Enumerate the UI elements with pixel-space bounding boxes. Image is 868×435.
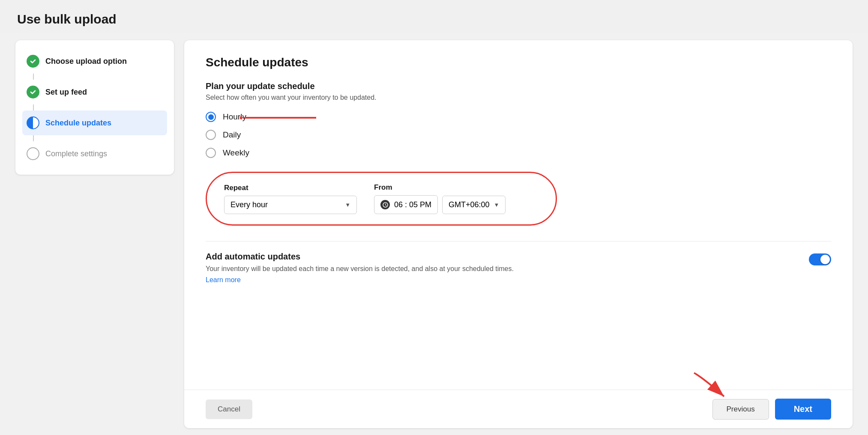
plan-subtitle: Select how often you want your inventory… bbox=[206, 94, 831, 101]
auto-updates-title: Add automatic updates bbox=[206, 252, 799, 262]
next-button[interactable]: Next bbox=[775, 399, 831, 420]
repeat-value: Every hour bbox=[230, 200, 268, 209]
step-icon-choose-upload bbox=[27, 55, 39, 68]
clock-icon bbox=[380, 200, 390, 209]
repeat-dropdown[interactable]: Every hour ▼ bbox=[224, 196, 357, 214]
sidebar-item-label-set-up-feed: Set up feed bbox=[45, 88, 87, 97]
timezone-value: GMT+06:00 bbox=[449, 200, 490, 209]
auto-updates-text: Add automatic updates Your inventory wil… bbox=[206, 252, 799, 284]
sidebar-item-label-complete-settings: Complete settings bbox=[45, 149, 107, 158]
step-icon-complete-settings bbox=[27, 147, 39, 160]
radio-item-hourly[interactable]: Hourly bbox=[206, 112, 831, 122]
repeat-field-group: Repeat Every hour ▼ bbox=[224, 184, 357, 214]
sidebar-item-complete-settings[interactable]: Complete settings bbox=[22, 141, 167, 166]
nav-buttons: Previous Next bbox=[712, 399, 832, 420]
schedule-box: Repeat Every hour ▼ From bbox=[206, 172, 557, 226]
connector-3 bbox=[33, 135, 34, 141]
red-arrow-hourly bbox=[240, 110, 317, 125]
learn-more-link[interactable]: Learn more bbox=[206, 276, 241, 283]
section-title: Schedule updates bbox=[206, 56, 831, 69]
timezone-arrow: ▼ bbox=[494, 202, 500, 208]
radio-circle-weekly bbox=[206, 148, 216, 158]
cancel-button[interactable]: Cancel bbox=[206, 399, 252, 419]
repeat-dropdown-arrow: ▼ bbox=[345, 202, 350, 208]
radio-item-weekly[interactable]: Weekly bbox=[206, 148, 831, 158]
red-arrow-next bbox=[690, 369, 745, 403]
connector-2 bbox=[33, 104, 34, 110]
panel-content: Schedule updates Plan your update schedu… bbox=[184, 40, 853, 390]
radio-item-daily[interactable]: Daily bbox=[206, 130, 831, 140]
step-icon-set-up-feed bbox=[27, 86, 39, 98]
main-panel: Schedule updates Plan your update schedu… bbox=[184, 40, 853, 428]
toggle-knob bbox=[820, 255, 830, 264]
connector-1 bbox=[33, 74, 34, 80]
bottom-bar: Cancel Previous Next bbox=[184, 390, 853, 428]
page-title: Use bulk upload bbox=[0, 0, 868, 33]
radio-circle-hourly bbox=[206, 112, 216, 122]
radio-label-weekly: Weekly bbox=[223, 148, 249, 158]
auto-updates-desc: Your inventory will be updated each time… bbox=[206, 265, 591, 273]
sidebar-item-set-up-feed[interactable]: Set up feed bbox=[22, 80, 167, 104]
time-input[interactable]: 06 : 05 PM bbox=[374, 195, 438, 214]
time-value: 06 : 05 PM bbox=[394, 200, 431, 209]
auto-updates-toggle[interactable] bbox=[809, 253, 831, 265]
radio-label-daily: Daily bbox=[223, 130, 241, 140]
radio-group: Hourly bbox=[206, 112, 831, 158]
sidebar-item-label-choose-upload: Choose upload option bbox=[45, 57, 127, 66]
page-wrapper: Use bulk upload Choose upload option Set… bbox=[0, 0, 868, 435]
plan-title: Plan your update schedule bbox=[206, 81, 831, 91]
sidebar-item-choose-upload[interactable]: Choose upload option bbox=[22, 49, 167, 74]
timezone-dropdown[interactable]: GMT+06:00 ▼ bbox=[442, 196, 506, 214]
repeat-label: Repeat bbox=[224, 184, 357, 192]
radio-circle-daily bbox=[206, 130, 216, 140]
sidebar-item-schedule-updates[interactable]: Schedule updates bbox=[22, 110, 167, 135]
from-label: From bbox=[374, 183, 506, 192]
step-icon-schedule-updates bbox=[27, 116, 39, 129]
main-content: Choose upload option Set up feed Schedul… bbox=[0, 33, 868, 435]
sidebar-item-label-schedule-updates: Schedule updates bbox=[45, 119, 111, 128]
sidebar: Choose upload option Set up feed Schedul… bbox=[15, 40, 174, 175]
auto-updates-section: Add automatic updates Your inventory wil… bbox=[206, 241, 831, 284]
from-field-group: From 06 : 05 PM bbox=[374, 183, 506, 214]
